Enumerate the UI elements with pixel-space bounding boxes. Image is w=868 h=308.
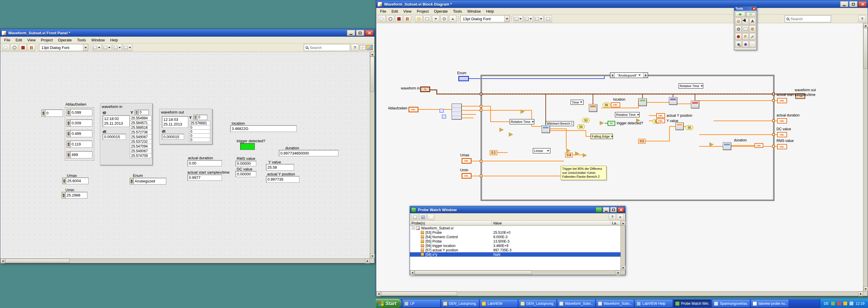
y-array-cell[interactable]: 0	[189, 133, 210, 138]
taskbar-item[interactable]: LabVIEW Help	[635, 300, 673, 307]
actual-start-value[interactable]: 0.9977	[187, 175, 222, 181]
analysis-node[interactable]	[691, 101, 699, 108]
case-previous-arrow[interactable]	[610, 73, 615, 78]
t0-value[interactable]: 12:18:03 25.11.2013	[162, 116, 188, 128]
menu-file[interactable]: File	[1, 37, 13, 43]
delete-probe-button[interactable]	[427, 214, 434, 220]
font-selector[interactable]: 13pt Dialog Font	[39, 44, 88, 51]
scroll-thumb[interactable]	[415, 271, 532, 275]
numeric-constant[interactable]	[440, 109, 444, 113]
horizontal-scrollbar[interactable]	[376, 291, 863, 296]
ablaufzeiten-element[interactable]: 499	[67, 151, 92, 158]
color-tool[interactable]	[735, 41, 742, 48]
y-array-cell[interactable]: 25.572736	[130, 130, 152, 135]
reorder-dropdown[interactable]	[534, 15, 544, 22]
numeric-constant[interactable]	[442, 115, 446, 119]
tunnel[interactable]	[772, 93, 775, 95]
tree-expander[interactable]	[412, 226, 415, 230]
abort-button[interactable]	[19, 44, 27, 51]
dt-value[interactable]: 0.000015	[162, 134, 184, 140]
taskbar-item[interactable]: LP	[403, 300, 440, 307]
context-help-button[interactable]: ?	[858, 15, 866, 22]
comment-note[interactable]: Trigger bei 80% der Differenz von Umin/U…	[561, 166, 607, 180]
y-array-cell[interactable]: 0	[189, 129, 210, 134]
y-value-terminal[interactable]: DBL	[656, 119, 665, 123]
connector-pane-icon[interactable]	[360, 45, 366, 50]
umin-terminal[interactable]: DBL	[462, 173, 471, 179]
column-probes[interactable]: Probe(s)	[410, 221, 492, 225]
color-copy-tool[interactable]	[749, 33, 756, 40]
menu-help[interactable]: Help	[107, 37, 121, 43]
run-continuous-button[interactable]	[386, 15, 394, 22]
probe-watch-titlebar[interactable]: Probe Watch Window	[410, 206, 625, 213]
t0-value[interactable]: 12:18:02 25.11.2013	[103, 115, 130, 127]
minimize-button[interactable]	[347, 30, 355, 36]
tray-icon[interactable]	[831, 302, 835, 305]
waveform-subset-node[interactable]	[639, 98, 647, 106]
y-array-cell[interactable]: 25.537232	[130, 139, 152, 144]
operate-value-tool[interactable]	[735, 18, 742, 25]
y-index[interactable]: 0	[193, 115, 207, 120]
taskbar-item[interactable]: labview probe nu...	[751, 300, 788, 307]
scroll-left-button[interactable]	[376, 291, 381, 296]
abort-button[interactable]	[395, 15, 403, 22]
open-probe-button[interactable]	[411, 214, 418, 220]
align-objects-dropdown[interactable]	[514, 15, 523, 22]
scroll-down-button[interactable]	[621, 266, 625, 270]
tunnel[interactable]	[772, 119, 775, 122]
rms-value[interactable]: 0.00000	[236, 161, 256, 166]
tray-icon[interactable]	[849, 302, 853, 305]
probe-indicator[interactable]: 55	[686, 125, 693, 130]
trigger-detected-led[interactable]	[240, 143, 255, 150]
y-array-cell[interactable]: 0	[189, 125, 210, 130]
maximize-button[interactable]	[610, 207, 617, 212]
step-over-button[interactable]	[440, 15, 448, 22]
dc-value-terminal[interactable]: DBL	[777, 132, 787, 137]
menu-window[interactable]: Window	[89, 37, 107, 43]
menu-project[interactable]: Project	[38, 37, 55, 43]
clean-up-diagram-button[interactable]	[544, 15, 552, 22]
probe-row-selected[interactable]: [58] x*y NaN	[410, 252, 620, 257]
duration-value[interactable]: 0.997734650000	[279, 150, 338, 156]
dt-value[interactable]: 0.000015	[103, 134, 126, 140]
column-last[interactable]: La...	[611, 221, 620, 225]
close-button[interactable]	[618, 207, 624, 212]
y-value[interactable]: 25.58	[266, 164, 294, 171]
probe-indicator[interactable]: 56	[602, 103, 610, 107]
horizontal-scrollbar[interactable]	[410, 270, 620, 275]
step-into-button[interactable]	[432, 15, 440, 22]
menu-tools[interactable]: Tools	[74, 37, 89, 43]
horizontal-scrollbar[interactable]	[0, 258, 370, 263]
tray-icon[interactable]	[843, 302, 847, 305]
scroll-right-button[interactable]	[858, 291, 863, 296]
tray-icon[interactable]	[837, 302, 841, 305]
scroll-thumb[interactable]	[5, 259, 69, 263]
scroll-thumb[interactable]	[381, 291, 457, 296]
menu-project[interactable]: Project	[414, 8, 431, 14]
menu-edit[interactable]: Edit	[13, 37, 25, 43]
location-value[interactable]: 3.46822G	[230, 125, 297, 132]
probe-row[interactable]: [54] Numeric Control 9.000E-3	[410, 235, 620, 239]
search-input[interactable]	[790, 17, 829, 21]
help-button[interactable]: ?	[609, 214, 616, 220]
linear-ring[interactable]: Linear	[533, 148, 550, 153]
menu-operate[interactable]: Operate	[431, 8, 451, 14]
wire-tool[interactable]	[735, 26, 742, 33]
relative-time-ring[interactable]: Relative Time	[510, 119, 534, 124]
y-index-value[interactable]: 0	[138, 110, 149, 115]
menu-file[interactable]: File	[377, 8, 389, 14]
taskbar-item-active[interactable]: Probe Watch Win...	[674, 300, 711, 307]
scroll-up-button[interactable]	[863, 23, 868, 28]
ablaufzeiten-terminal[interactable]: DBL	[408, 107, 418, 112]
tunnel[interactable]	[772, 99, 775, 102]
analysis-node[interactable]	[669, 97, 677, 105]
edit-text-tool[interactable]: A	[749, 18, 756, 25]
scroll-tool[interactable]	[749, 26, 756, 33]
umin-value[interactable]: 25.2986	[65, 192, 87, 198]
collapse-button[interactable]: «	[617, 214, 624, 220]
scroll-up-button[interactable]	[370, 52, 375, 57]
numeric-spinner[interactable]	[67, 119, 70, 127]
time-ring[interactable]: Time	[571, 100, 584, 105]
menu-tools[interactable]: Tools	[451, 8, 465, 14]
step-out-button[interactable]	[449, 15, 457, 22]
